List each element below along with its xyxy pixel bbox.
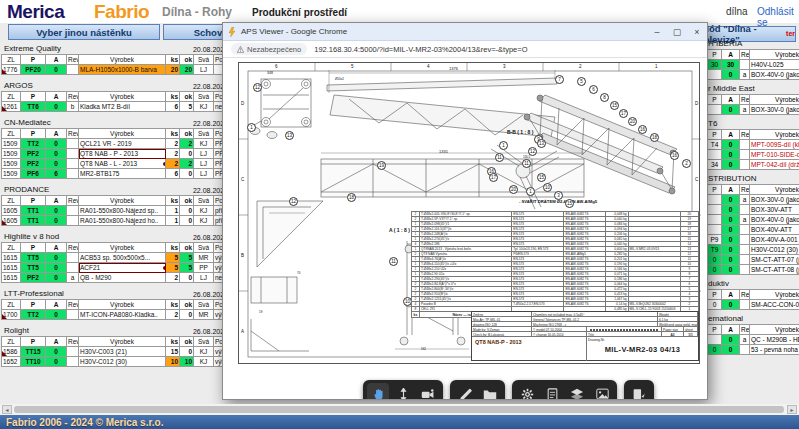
order-row[interactable]: 1605TT10RA01-550x800-Nájezd sp..10KJpřip…	[2, 206, 231, 216]
order-row[interactable]: 340MPT-042-díl (drž	[708, 160, 799, 170]
order-row[interactable]: 0053 - pevná noha 60	[708, 345, 799, 355]
cell-product[interactable]: H30V-C003 (21)	[79, 347, 166, 357]
open-file-button[interactable]	[479, 383, 501, 399]
order-row[interactable]: 0aBOX-30V-0 (jako Q	[708, 195, 799, 205]
cell-product[interactable]: BOX-40V-ATT	[750, 225, 799, 235]
cell-rev	[67, 263, 79, 273]
order-row[interactable]: 1509TT20QCL21 VR - 201922KJPŘIPRAVENO-vý…	[2, 139, 231, 149]
cell-product[interactable]: QT8 NAB - L - 2013	[79, 159, 166, 169]
cell-product[interactable]: ACF21	[79, 263, 166, 273]
cell-product[interactable]: QCL21 VR - 2019	[79, 139, 166, 149]
balloon-callout: 18	[650, 133, 659, 142]
scroll-left-arrow[interactable]: ◄	[2, 405, 12, 414]
order-row[interactable]: 3030H40V-L025	[708, 60, 799, 70]
order-row[interactable]: 0MPT-010-SIDE-dí	[708, 150, 799, 160]
order-row[interactable]: 0aBOX-40V-0 (jako Q	[708, 70, 799, 80]
order-row[interactable]: 1652TT100H30V-C012 (30)1010KJvýkres	[2, 357, 231, 367]
cell-ks: 5	[166, 253, 180, 263]
dimension-label: B-B ( 1 : 8 )	[507, 129, 533, 135]
order-row[interactable]: 0BOX-40V-ATT	[708, 225, 799, 235]
order-row[interactable]: 1509PF20QT8 NAB - L - 201322LJPŘIPRAVENO…	[2, 159, 231, 169]
cell-product[interactable]: SM-ACC-CON-05 (p	[750, 300, 799, 310]
workspace-title: Dílna - Rohy	[162, 5, 232, 19]
cell-a: 0	[722, 160, 740, 170]
cell-product[interactable]: BOX-30V-0 (jako Q	[750, 195, 799, 205]
order-row[interactable]: 1776PF200MLA-H1050x1000-B barva2020LJ	[2, 65, 231, 75]
order-row[interactable]: 1509PF66MR2-BTB17560LJPŘIPRAVENO-vý.	[2, 169, 231, 179]
close-button[interactable]: ×	[687, 23, 707, 41]
address-bar[interactable]: Nezabezpečeno 192.168.30.4:5000/?id=MIL-…	[223, 41, 707, 58]
cell-product[interactable]: Kladka MT2 B-díl	[79, 102, 166, 112]
settings-gear-button[interactable]	[516, 383, 538, 399]
layers-button[interactable]	[566, 383, 588, 399]
cell-product[interactable]: MPT-010-SIDE-dí	[750, 150, 799, 160]
order-row[interactable]: 1615PF20aQB - M29020LJnekompletní,výk.	[2, 273, 231, 283]
cell-product[interactable]: BOX-30V-0 (jako Q	[750, 105, 799, 115]
cell-product[interactable]: BOX-30V-ATT	[750, 205, 799, 215]
pan-tool-button[interactable]	[367, 383, 389, 399]
cell-product[interactable]: QT8 NAB - P - 2013	[79, 149, 166, 159]
cell-product[interactable]: H30V-C012 (30)	[79, 357, 166, 367]
column-header: Svá	[194, 55, 214, 65]
minimize-button[interactable]: –	[647, 23, 667, 41]
cell-product[interactable]: MLA-H1050x1000-B barva	[79, 65, 166, 75]
cell-product[interactable]: SM-CT-ATT-07 (pro	[750, 255, 799, 265]
order-row[interactable]: 00SM-CT-ATT-07 (pro	[708, 255, 799, 265]
measure-tool-button[interactable]	[454, 383, 476, 399]
cell-a: 30	[722, 60, 740, 70]
cell-product[interactable]: MPT-042-díl (drž	[750, 160, 799, 170]
cell-product[interactable]: QB - M290	[79, 273, 166, 283]
cell-sva: MR	[194, 253, 214, 263]
column-header: ZL	[2, 129, 21, 139]
order-row[interactable]: 1615TT50ACF2155PPvýkres	[2, 263, 231, 273]
cell-product[interactable]: BOX-40V-A-001	[750, 235, 799, 245]
fit-height-button[interactable]	[392, 383, 414, 399]
order-row[interactable]: 1586TT150H30V-C003 (21)150KJvýkres	[2, 347, 231, 357]
cell-product[interactable]: RA01-550x800-Nájezd sp..	[79, 206, 166, 216]
column-header: P	[708, 95, 722, 105]
security-pill[interactable]: Nezabezpečeno	[231, 43, 307, 55]
cell-product[interactable]: QC - M290B - HD (	[750, 335, 799, 345]
camera-views-button[interactable]	[417, 383, 439, 399]
scrollbar-thumb[interactable]	[14, 406, 784, 413]
maximize-button[interactable]: ▢	[667, 23, 687, 41]
order-row[interactable]: 0aBOX-30V-0 (jako Q	[708, 105, 799, 115]
select-board-button[interactable]: Vyber jinou nástěnku	[8, 24, 160, 40]
order-row[interactable]: 1509PF20QT8 NAB - P - 201320LJPŘIPRAVENO…	[2, 149, 231, 159]
order-row[interactable]: 0aBOX-40V-0 (jako Q	[708, 215, 799, 225]
url-text[interactable]: 192.168.30.4:5000/?id=MIL-V-MR2-03%2004/…	[314, 45, 527, 54]
orders-table: PARevVýrobek0aBOX-30V-0 (jako Q	[707, 94, 799, 115]
horizontal-scrollbar[interactable]: ◄ ►	[0, 404, 799, 415]
cell-product[interactable]: MPT-009S-díl (klo	[750, 140, 799, 150]
cell-product[interactable]: SM-CT-ATT-08 (pro	[750, 265, 799, 275]
cell-product[interactable]: ACB53 sp. 500x500x5...	[79, 253, 166, 263]
document-info-button[interactable]	[541, 383, 563, 399]
viewer-canvas[interactable]: 13761331348B-B ( 1 : 8 )A ( 1 : 8 )- SVA…	[223, 58, 707, 399]
print-export-button[interactable]	[628, 383, 650, 399]
cell-product[interactable]: MR2-BTB175	[79, 169, 166, 179]
cell-product[interactable]: H30V-C012 (30)	[750, 245, 799, 255]
image-export-button[interactable]	[591, 383, 613, 399]
order-row[interactable]: 00SM-CT-ATT-08 (pro	[708, 265, 799, 275]
order-row[interactable]: 0BOX-30V-ATT	[708, 205, 799, 215]
balloon-callout: 11	[389, 257, 398, 266]
cell-product[interactable]: BOX-40V-0 (jako Q	[750, 70, 799, 80]
cell-product[interactable]: RA01-550x800-Nájezd ho..	[79, 216, 166, 226]
order-row[interactable]: P90BOX-40V-A-001	[708, 235, 799, 245]
cell-rev	[67, 159, 79, 169]
cell-product[interactable]: 53 - pevná noha 60	[750, 345, 799, 355]
cell-product[interactable]: BOX-40V-0 (jako Q	[750, 215, 799, 225]
order-row[interactable]: 00SM-ACC-CON-05 (p	[708, 300, 799, 310]
order-row[interactable]: 0aQC - M290B - HD (	[708, 335, 799, 345]
cell-product[interactable]: H40V-L025	[750, 60, 799, 70]
window-titlebar[interactable]: APS Viewer - Google Chrome – ▢ ×	[223, 23, 707, 41]
order-row[interactable]: 1615TT50ACB53 sp. 500x500x5...55MRvýkres	[2, 253, 231, 263]
cell-product[interactable]: MT-ICON-PA8080-Kladka..	[79, 310, 166, 320]
scroll-right-arrow[interactable]: ►	[787, 405, 797, 414]
order-row[interactable]: 1605TT10RA01-550x800-Nájezd ho..10KJpřip…	[2, 216, 231, 226]
order-row[interactable]: 1261TT60bKladka MT2 B-díl65KJnekompletní…	[2, 102, 231, 112]
balloon-callout: 12	[528, 147, 537, 156]
order-row[interactable]: 1700TT20MT-ICON-PA8080-Kladka..20MRvýkre…	[2, 310, 231, 320]
order-row[interactable]: T40MPT-009S-díl (klo	[708, 140, 799, 150]
order-row[interactable]: T90H30V-C012 (30)	[708, 245, 799, 255]
